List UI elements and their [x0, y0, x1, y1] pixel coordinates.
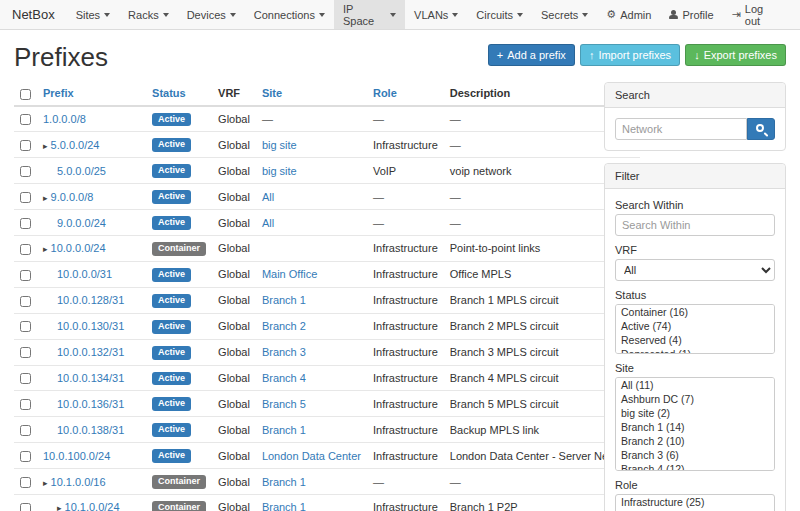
prefix-link[interactable]: 1.0.0.0/8: [43, 113, 86, 125]
nav-item-devices[interactable]: Devices: [178, 0, 245, 29]
prefix-link[interactable]: 10.0.0.128/31: [57, 294, 124, 306]
prefix-indent: 1.0.0.0/8: [43, 113, 86, 125]
expand-caret-icon[interactable]: ▸: [43, 141, 48, 151]
chevron-down-icon: [390, 13, 396, 17]
filter-option[interactable]: All (11): [616, 378, 774, 392]
prefix-link[interactable]: 10.0.0.134/31: [57, 372, 124, 384]
site-link[interactable]: big site: [262, 139, 297, 151]
prefix-link[interactable]: 10.0.0.132/31: [57, 346, 124, 358]
role-cell: VoIP: [367, 158, 444, 184]
site-link[interactable]: big site: [262, 165, 297, 177]
site-link[interactable]: Main Office: [262, 268, 317, 280]
search-button[interactable]: [747, 118, 775, 140]
nav-item-connections[interactable]: Connections: [245, 0, 334, 29]
row-checkbox[interactable]: [20, 140, 31, 151]
site-link[interactable]: Branch 1: [262, 424, 306, 436]
prefix-cell: 10.0.0.138/31: [37, 417, 146, 443]
row-checkbox[interactable]: [20, 451, 31, 462]
prefix-link[interactable]: 10.0.0.130/31: [57, 320, 124, 332]
row-checkbox[interactable]: [20, 192, 31, 203]
row-checkbox[interactable]: [20, 114, 31, 125]
column-header-role[interactable]: Role: [367, 82, 444, 106]
nav-item-label: Secrets: [541, 9, 578, 21]
filter-option[interactable]: Branch 3 (6): [616, 448, 774, 462]
site-link[interactable]: Branch 5: [262, 398, 306, 410]
status-filter-label: Status: [615, 289, 775, 301]
expand-caret-icon[interactable]: ▸: [43, 193, 48, 203]
filter-option[interactable]: Reserved (4): [616, 333, 774, 347]
prefix-link[interactable]: 10.0.0.0/24: [51, 242, 106, 254]
expand-caret-icon[interactable]: ▸: [43, 478, 48, 488]
nav-item-sites[interactable]: Sites: [67, 0, 119, 29]
filter-option[interactable]: Branch 2 (10): [616, 434, 774, 448]
site-link[interactable]: London Data Center: [262, 450, 361, 462]
export-prefixes-button[interactable]: ↓Export prefixes: [685, 44, 786, 66]
expand-caret-icon[interactable]: ▸: [43, 244, 48, 254]
row-checkbox[interactable]: [20, 321, 31, 332]
filter-option[interactable]: Container (16): [616, 305, 774, 319]
row-checkbox[interactable]: [20, 296, 31, 307]
prefix-link[interactable]: 10.1.0.0/24: [65, 501, 120, 511]
vrf-select[interactable]: All: [615, 259, 775, 281]
nav-item-secrets[interactable]: Secrets: [532, 0, 597, 29]
search-panel: Search: [604, 82, 786, 151]
status-filter-listbox[interactable]: Container (16)Active (74)Reserved (4)Dep…: [615, 304, 775, 354]
filter-option[interactable]: Active (74): [616, 319, 774, 333]
filter-option[interactable]: Branch 4 (12): [616, 462, 774, 471]
select-all-checkbox[interactable]: [20, 89, 31, 100]
nav-item-admin[interactable]: ⚙Admin: [597, 0, 660, 29]
column-header-prefix[interactable]: Prefix: [37, 82, 146, 106]
filter-option[interactable]: Ashburn DC (7): [616, 392, 774, 406]
filter-option[interactable]: Branch 1 (14): [616, 420, 774, 434]
prefix-link[interactable]: 9.0.0.0/8: [51, 191, 94, 203]
filter-option[interactable]: Infrastructure (25): [616, 495, 774, 509]
prefix-link[interactable]: 10.0.0.0/31: [57, 268, 112, 280]
search-input[interactable]: [615, 118, 747, 140]
nav-item-profile[interactable]: Profile: [660, 0, 722, 29]
nav-item-racks[interactable]: Racks: [119, 0, 178, 29]
add-prefix-button[interactable]: +Add a prefix: [488, 44, 575, 66]
site-link[interactable]: All: [262, 217, 274, 229]
row-checkbox[interactable]: [20, 166, 31, 177]
site-link[interactable]: Branch 1: [262, 501, 306, 511]
prefix-link[interactable]: 10.0.0.136/31: [57, 398, 124, 410]
row-checkbox[interactable]: [20, 399, 31, 410]
nav-item-circuits[interactable]: Circuits: [467, 0, 532, 29]
prefix-link[interactable]: 5.0.0.0/24: [51, 139, 100, 151]
prefix-link[interactable]: 9.0.0.0/24: [57, 217, 106, 229]
filter-option[interactable]: big site (2): [616, 406, 774, 420]
prefix-link[interactable]: 10.1.0.0/16: [51, 476, 106, 488]
role-filter-listbox[interactable]: Infrastructure (25)Management (8)Private…: [615, 494, 775, 511]
site-link[interactable]: Branch 2: [262, 320, 306, 332]
row-checkbox[interactable]: [20, 503, 31, 511]
nav-item-vlans[interactable]: VLANs: [405, 0, 467, 29]
search-within-input[interactable]: [615, 214, 775, 236]
row-checkbox[interactable]: [20, 347, 31, 358]
nav-item-log-out[interactable]: ⇥Log out: [723, 0, 790, 29]
navbar-brand[interactable]: NetBox: [10, 0, 67, 29]
site-filter-listbox[interactable]: All (11)Ashburn DC (7)big site (2)Branch…: [615, 377, 775, 471]
site-cell: Branch 1: [256, 469, 367, 495]
site-link[interactable]: All: [262, 191, 274, 203]
row-checkbox[interactable]: [20, 373, 31, 384]
column-header-status[interactable]: Status: [146, 82, 212, 106]
site-link[interactable]: Branch 1: [262, 294, 306, 306]
navbar-user-menu: ⚙AdminProfile⇥Log out: [597, 0, 790, 29]
site-link[interactable]: Branch 4: [262, 372, 306, 384]
expand-caret-icon[interactable]: ▸: [57, 503, 62, 511]
filter-option[interactable]: Deprecated (1): [616, 347, 774, 354]
row-checkbox[interactable]: [20, 244, 31, 255]
column-header-site[interactable]: Site: [256, 82, 367, 106]
site-link[interactable]: Branch 1: [262, 476, 306, 488]
row-checkbox[interactable]: [20, 270, 31, 281]
row-checkbox[interactable]: [20, 425, 31, 436]
nav-item-ip-space[interactable]: IP Space: [334, 0, 405, 29]
prefix-link[interactable]: 10.0.100.0/24: [43, 450, 110, 462]
row-checkbox[interactable]: [20, 477, 31, 488]
site-link[interactable]: Branch 3: [262, 346, 306, 358]
navbar: NetBox SitesRacksDevicesConnectionsIP Sp…: [0, 0, 800, 30]
import-prefixes-button[interactable]: ↑Import prefixes: [580, 44, 680, 66]
row-checkbox[interactable]: [20, 218, 31, 229]
prefix-link[interactable]: 5.0.0.0/25: [57, 165, 106, 177]
prefix-link[interactable]: 10.0.0.138/31: [57, 424, 124, 436]
